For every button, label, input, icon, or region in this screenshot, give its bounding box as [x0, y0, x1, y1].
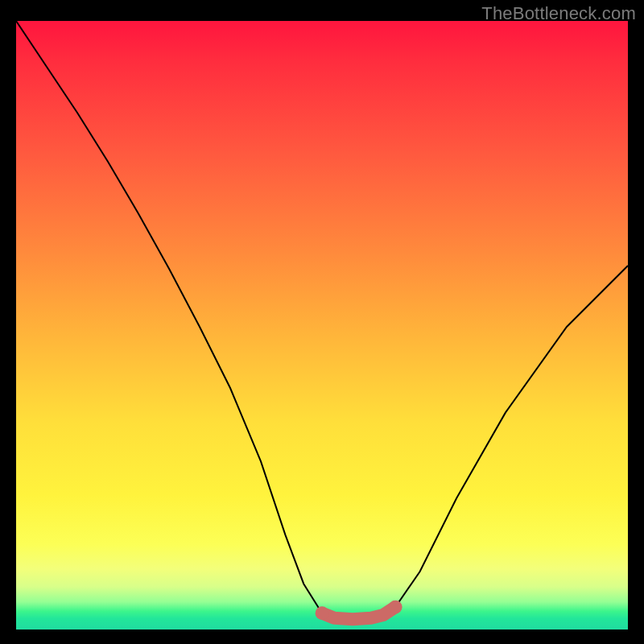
outer-frame: TheBottleneck.com [0, 0, 644, 644]
plot-area [16, 21, 628, 630]
curve-svg [16, 21, 628, 630]
valley-highlight [322, 607, 395, 619]
curve-line [16, 21, 628, 619]
valley-dot-left [316, 606, 329, 620]
valley-dot-right [389, 601, 402, 614]
